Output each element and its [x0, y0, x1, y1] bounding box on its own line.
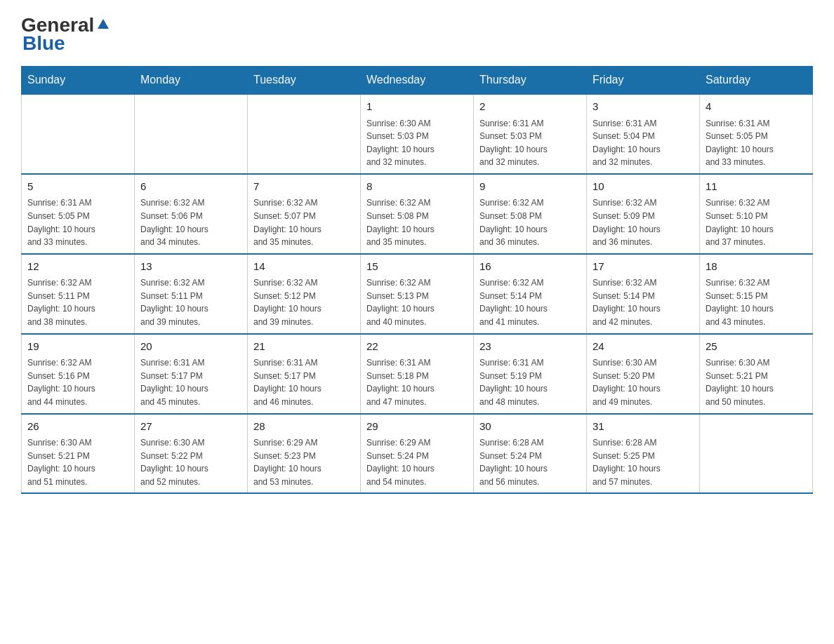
calendar-cell: 27Sunrise: 6:30 AM Sunset: 5:22 PM Dayli…: [135, 414, 248, 494]
calendar-header-row: SundayMondayTuesdayWednesdayThursdayFrid…: [22, 67, 813, 95]
calendar-week-4: 19Sunrise: 6:32 AM Sunset: 5:16 PM Dayli…: [22, 334, 813, 414]
calendar-cell: 4Sunrise: 6:31 AM Sunset: 5:05 PM Daylig…: [700, 94, 813, 174]
day-info: Sunrise: 6:30 AM Sunset: 5:21 PM Dayligh…: [27, 436, 128, 488]
day-number: 25: [706, 339, 807, 355]
calendar-cell: 30Sunrise: 6:28 AM Sunset: 5:24 PM Dayli…: [474, 414, 587, 494]
day-number: 22: [366, 339, 468, 355]
calendar-header-monday: Monday: [135, 67, 248, 95]
calendar-cell: 10Sunrise: 6:32 AM Sunset: 5:09 PM Dayli…: [587, 174, 700, 254]
day-number: 29: [366, 419, 468, 435]
day-number: 18: [706, 259, 807, 275]
day-number: 12: [27, 259, 128, 275]
calendar-week-1: 1Sunrise: 6:30 AM Sunset: 5:03 PM Daylig…: [22, 94, 813, 174]
day-number: 23: [479, 339, 581, 355]
day-number: 2: [479, 99, 581, 115]
calendar-cell: 1Sunrise: 6:30 AM Sunset: 5:03 PM Daylig…: [361, 94, 474, 174]
day-info: Sunrise: 6:32 AM Sunset: 5:13 PM Dayligh…: [366, 276, 468, 328]
day-info: Sunrise: 6:32 AM Sunset: 5:08 PM Dayligh…: [366, 196, 468, 248]
day-number: 9: [479, 179, 581, 195]
calendar-week-5: 26Sunrise: 6:30 AM Sunset: 5:21 PM Dayli…: [22, 414, 813, 494]
day-info: Sunrise: 6:29 AM Sunset: 5:24 PM Dayligh…: [366, 436, 468, 488]
calendar-cell: [135, 94, 248, 174]
calendar-cell: 19Sunrise: 6:32 AM Sunset: 5:16 PM Dayli…: [22, 334, 135, 414]
calendar-cell: 15Sunrise: 6:32 AM Sunset: 5:13 PM Dayli…: [361, 254, 474, 334]
day-number: 28: [253, 419, 355, 435]
calendar-cell: 21Sunrise: 6:31 AM Sunset: 5:17 PM Dayli…: [248, 334, 361, 414]
day-info: Sunrise: 6:31 AM Sunset: 5:17 PM Dayligh…: [140, 356, 241, 408]
calendar-cell: 28Sunrise: 6:29 AM Sunset: 5:23 PM Dayli…: [248, 414, 361, 494]
calendar-cell: 14Sunrise: 6:32 AM Sunset: 5:12 PM Dayli…: [248, 254, 361, 334]
day-number: 30: [479, 419, 581, 435]
day-info: Sunrise: 6:32 AM Sunset: 5:10 PM Dayligh…: [706, 196, 807, 248]
calendar-cell: [22, 94, 135, 174]
day-number: 20: [140, 339, 241, 355]
day-number: 31: [593, 419, 694, 435]
day-info: Sunrise: 6:30 AM Sunset: 5:22 PM Dayligh…: [140, 436, 241, 488]
calendar-cell: 17Sunrise: 6:32 AM Sunset: 5:14 PM Dayli…: [587, 254, 700, 334]
day-info: Sunrise: 6:28 AM Sunset: 5:25 PM Dayligh…: [593, 436, 694, 488]
day-info: Sunrise: 6:28 AM Sunset: 5:24 PM Dayligh…: [479, 436, 581, 488]
svg-marker-0: [98, 19, 109, 29]
calendar-cell: 8Sunrise: 6:32 AM Sunset: 5:08 PM Daylig…: [361, 174, 474, 254]
day-info: Sunrise: 6:32 AM Sunset: 5:11 PM Dayligh…: [140, 276, 241, 328]
page-header: General Blue: [21, 14, 813, 55]
day-number: 24: [593, 339, 694, 355]
logo-blue-label: Blue: [21, 32, 65, 55]
day-number: 4: [706, 99, 807, 115]
day-number: 3: [593, 99, 694, 115]
day-info: Sunrise: 6:32 AM Sunset: 5:14 PM Dayligh…: [479, 276, 581, 328]
calendar-header-thursday: Thursday: [474, 67, 587, 95]
calendar-cell: 7Sunrise: 6:32 AM Sunset: 5:07 PM Daylig…: [248, 174, 361, 254]
calendar-cell: 20Sunrise: 6:31 AM Sunset: 5:17 PM Dayli…: [135, 334, 248, 414]
calendar-cell: 16Sunrise: 6:32 AM Sunset: 5:14 PM Dayli…: [474, 254, 587, 334]
day-info: Sunrise: 6:32 AM Sunset: 5:16 PM Dayligh…: [27, 356, 128, 408]
calendar-cell: 23Sunrise: 6:31 AM Sunset: 5:19 PM Dayli…: [474, 334, 587, 414]
day-number: 19: [27, 339, 128, 355]
day-number: 16: [479, 259, 581, 275]
calendar-cell: 6Sunrise: 6:32 AM Sunset: 5:06 PM Daylig…: [135, 174, 248, 254]
logo-triangle-icon: [95, 16, 111, 32]
calendar-header-saturday: Saturday: [700, 67, 813, 95]
day-number: 11: [706, 179, 807, 195]
day-info: Sunrise: 6:30 AM Sunset: 5:21 PM Dayligh…: [706, 356, 807, 408]
calendar-cell: [700, 414, 813, 494]
day-number: 5: [27, 179, 128, 195]
logo: General Blue: [21, 14, 111, 55]
calendar-table: SundayMondayTuesdayWednesdayThursdayFrid…: [21, 66, 813, 494]
day-info: Sunrise: 6:31 AM Sunset: 5:05 PM Dayligh…: [706, 117, 807, 169]
day-info: Sunrise: 6:31 AM Sunset: 5:04 PM Dayligh…: [593, 117, 694, 169]
day-number: 26: [27, 419, 128, 435]
day-info: Sunrise: 6:31 AM Sunset: 5:19 PM Dayligh…: [479, 356, 581, 408]
day-number: 14: [253, 259, 355, 275]
day-number: 10: [593, 179, 694, 195]
day-info: Sunrise: 6:32 AM Sunset: 5:06 PM Dayligh…: [140, 196, 241, 248]
calendar-cell: 26Sunrise: 6:30 AM Sunset: 5:21 PM Dayli…: [22, 414, 135, 494]
day-info: Sunrise: 6:32 AM Sunset: 5:11 PM Dayligh…: [27, 276, 128, 328]
calendar-week-3: 12Sunrise: 6:32 AM Sunset: 5:11 PM Dayli…: [22, 254, 813, 334]
day-number: 27: [140, 419, 241, 435]
calendar-cell: 11Sunrise: 6:32 AM Sunset: 5:10 PM Dayli…: [700, 174, 813, 254]
day-info: Sunrise: 6:29 AM Sunset: 5:23 PM Dayligh…: [253, 436, 355, 488]
day-number: 15: [366, 259, 468, 275]
day-info: Sunrise: 6:32 AM Sunset: 5:09 PM Dayligh…: [593, 196, 694, 248]
day-number: 17: [593, 259, 694, 275]
day-info: Sunrise: 6:30 AM Sunset: 5:03 PM Dayligh…: [366, 117, 468, 169]
day-info: Sunrise: 6:31 AM Sunset: 5:03 PM Dayligh…: [479, 117, 581, 169]
calendar-header-wednesday: Wednesday: [361, 67, 474, 95]
calendar-header-sunday: Sunday: [22, 67, 135, 95]
calendar-cell: 18Sunrise: 6:32 AM Sunset: 5:15 PM Dayli…: [700, 254, 813, 334]
day-number: 21: [253, 339, 355, 355]
calendar-cell: 25Sunrise: 6:30 AM Sunset: 5:21 PM Dayli…: [700, 334, 813, 414]
day-number: 8: [366, 179, 468, 195]
day-number: 1: [366, 99, 468, 115]
day-info: Sunrise: 6:32 AM Sunset: 5:08 PM Dayligh…: [479, 196, 581, 248]
calendar-cell: 12Sunrise: 6:32 AM Sunset: 5:11 PM Dayli…: [22, 254, 135, 334]
calendar-week-2: 5Sunrise: 6:31 AM Sunset: 5:05 PM Daylig…: [22, 174, 813, 254]
calendar-cell: 22Sunrise: 6:31 AM Sunset: 5:18 PM Dayli…: [361, 334, 474, 414]
day-info: Sunrise: 6:32 AM Sunset: 5:14 PM Dayligh…: [593, 276, 694, 328]
calendar-cell: 29Sunrise: 6:29 AM Sunset: 5:24 PM Dayli…: [361, 414, 474, 494]
day-info: Sunrise: 6:31 AM Sunset: 5:05 PM Dayligh…: [27, 196, 128, 248]
day-info: Sunrise: 6:30 AM Sunset: 5:20 PM Dayligh…: [593, 356, 694, 408]
calendar-cell: 3Sunrise: 6:31 AM Sunset: 5:04 PM Daylig…: [587, 94, 700, 174]
day-info: Sunrise: 6:32 AM Sunset: 5:12 PM Dayligh…: [253, 276, 355, 328]
